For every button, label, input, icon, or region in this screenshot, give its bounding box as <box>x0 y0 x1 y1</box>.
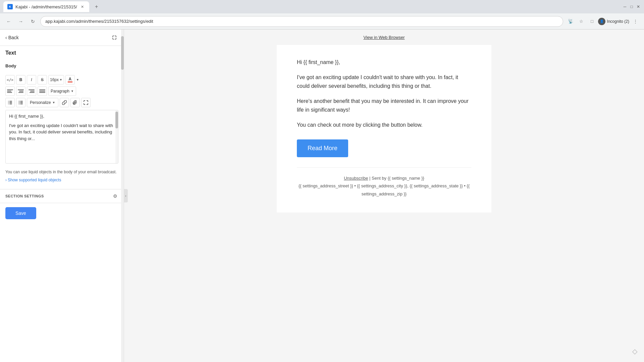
svg-point-10 <box>19 102 19 103</box>
view-in-browser-link[interactable]: View in Web Browser <box>363 35 405 40</box>
email-greeting: Hi {{ first_name }}, <box>297 58 471 66</box>
screenshot-icon[interactable]: □ <box>587 17 597 26</box>
tab-favicon: K <box>7 4 13 9</box>
show-liquid-link[interactable]: › Show supported liquid objects <box>0 178 124 182</box>
editor-line-2: I've got an exciting update I couldn't w… <box>9 122 115 142</box>
maximize-button[interactable]: □ <box>629 4 634 9</box>
back-link[interactable]: ‹ Back <box>5 35 19 40</box>
body-section: Body <box>0 60 124 75</box>
new-tab-button[interactable]: + <box>92 2 101 11</box>
back-nav-button[interactable]: ← <box>4 17 13 26</box>
address-bar[interactable]: app.kajabi.com/admin/themes/2153157632/s… <box>40 16 563 27</box>
diamond-icon: ◇ <box>632 347 637 355</box>
svg-rect-5 <box>8 104 9 104</box>
text-editor-area[interactable]: Hi {{ first_name }}, I've got an excitin… <box>5 110 118 164</box>
font-size-select[interactable]: 16px ▼ <box>48 75 64 84</box>
left-panel: ‹ Back Text Body </> B I S 16px <box>0 29 124 362</box>
cast-icon[interactable]: 📡 <box>566 17 575 26</box>
align-center-button[interactable] <box>16 86 25 96</box>
footer-sent-by: | Sent by {{ settings_name }} <box>369 176 424 181</box>
color-chevron: ▼ <box>76 78 79 81</box>
unsubscribe-link[interactable]: Unsubscribe <box>344 176 368 181</box>
editor-scrollbar-thumb <box>115 112 118 128</box>
body-label: Body <box>5 63 118 68</box>
chevron-down-icon: › <box>5 178 7 182</box>
svg-rect-7 <box>20 102 23 103</box>
panel-scrollbar <box>121 29 124 362</box>
paragraph-label: Paragraph <box>51 89 69 94</box>
forward-nav-button[interactable]: → <box>16 17 25 26</box>
reload-button[interactable]: ↻ <box>28 17 38 26</box>
svg-point-11 <box>19 104 19 104</box>
align-right-button[interactable] <box>27 86 36 96</box>
attachment-button[interactable] <box>70 98 80 107</box>
text-color-button[interactable]: A <box>65 75 75 84</box>
address-text: app.kajabi.com/admin/themes/2153157632/s… <box>45 19 153 24</box>
menu-icon[interactable]: ⋮ <box>631 17 640 26</box>
close-button[interactable]: ✕ <box>636 4 641 9</box>
ordered-list-button[interactable] <box>5 98 15 107</box>
email-paragraph-2: Here's another benefit that you may be i… <box>297 97 471 114</box>
toolbar-row-3: Personalize ▼ <box>5 98 118 107</box>
personalize-chevron: ▼ <box>52 101 55 104</box>
settings-gear-button[interactable]: ⚙ <box>112 193 118 199</box>
save-button[interactable]: Save <box>5 207 36 219</box>
incognito-avatar: 👤 <box>598 18 605 25</box>
svg-rect-3 <box>8 101 9 102</box>
read-more-button[interactable]: Read More <box>297 139 348 157</box>
expand-icon[interactable] <box>110 34 118 42</box>
align-justify-button[interactable] <box>38 86 47 96</box>
code-button[interactable]: </> <box>5 75 15 84</box>
svg-rect-2 <box>9 104 12 104</box>
unordered-list-button[interactable] <box>16 98 25 107</box>
personalize-label: Personalize <box>30 100 51 105</box>
window-controls: ─ □ ✕ <box>623 4 641 9</box>
svg-rect-6 <box>20 101 23 102</box>
paragraph-select[interactable]: Paragraph ▼ <box>48 86 76 96</box>
svg-rect-0 <box>9 101 12 102</box>
email-paragraph-1: I've got an exciting update I couldn't w… <box>297 73 471 90</box>
bold-button[interactable]: B <box>16 75 25 84</box>
incognito-badge: 👤 Incognito (2) <box>598 18 629 25</box>
footer-address: {{ settings_address_street }} • {{ setti… <box>297 182 471 198</box>
personalize-button[interactable]: Personalize ▼ <box>27 98 58 107</box>
email-paragraph-3: You can check out more by clicking the b… <box>297 121 471 129</box>
italic-button[interactable]: I <box>27 75 36 84</box>
strikethrough-button[interactable]: S <box>38 75 47 84</box>
svg-rect-1 <box>9 102 12 103</box>
editor-toolbar: </> B I S 16px ▼ A ▼ <box>0 75 124 107</box>
minimize-button[interactable]: ─ <box>623 4 627 9</box>
back-arrow-icon: ‹ <box>5 35 7 40</box>
save-btn-container: Save <box>0 203 124 223</box>
panel-title: Text <box>0 46 124 60</box>
liquid-hint: You can use liquid objects in the body o… <box>0 166 124 178</box>
browser-chrome: K Kajabi - /admin/themes/215315/ ✕ + ─ □… <box>0 0 644 29</box>
nav-extras: 📡 ☆ □ 👤 Incognito (2) ⋮ <box>566 17 640 26</box>
paragraph-chevron: ▼ <box>71 89 74 93</box>
section-settings-bar: SECTION SETTINGS ⚙ <box>0 189 124 203</box>
tab-close-button[interactable]: ✕ <box>80 4 85 9</box>
browser-tab[interactable]: K Kajabi - /admin/themes/215315/ ✕ <box>3 1 89 12</box>
color-bar <box>68 81 72 82</box>
toolbar-row-2: Paragraph ▼ <box>5 86 118 96</box>
back-label: Back <box>8 35 19 40</box>
bookmark-icon[interactable]: ☆ <box>577 17 586 26</box>
fullscreen-button[interactable] <box>81 98 91 107</box>
browser-navbar: ← → ↻ app.kajabi.com/admin/themes/215315… <box>0 13 644 29</box>
incognito-label: Incognito (2) <box>607 19 629 24</box>
right-panel: View in Web Browser Hi {{ first_name }},… <box>124 29 644 362</box>
editor-line-1: Hi {{ first_name }}, <box>9 113 115 120</box>
email-footer: Unsubscribe | Sent by {{ settings_name }… <box>297 167 471 198</box>
align-left-button[interactable] <box>5 86 15 96</box>
svg-rect-4 <box>8 102 9 103</box>
show-liquid-label: Show supported liquid objects <box>8 178 61 182</box>
editor-scrollbar <box>115 110 118 163</box>
collapse-handle[interactable]: ‹ <box>124 189 128 202</box>
svg-point-9 <box>19 101 19 102</box>
panel-scrollbar-thumb <box>121 36 124 70</box>
link-button[interactable] <box>60 98 69 107</box>
preview-header: View in Web Browser <box>124 29 644 45</box>
tab-title: Kajabi - /admin/themes/215315/ <box>15 4 77 9</box>
text-editor-content[interactable]: Hi {{ first_name }}, I've got an excitin… <box>6 110 118 163</box>
email-preview: Hi {{ first_name }}, I've got an excitin… <box>277 45 491 213</box>
